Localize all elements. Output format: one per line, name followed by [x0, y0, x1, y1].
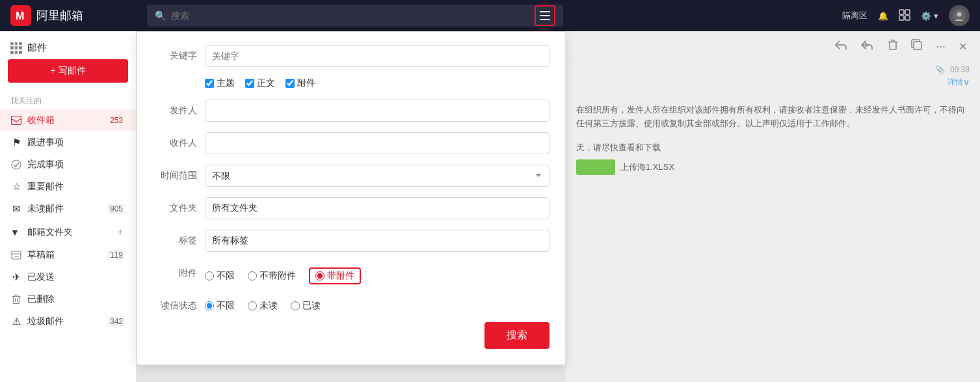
logo-icon: M — [10, 5, 31, 26]
folder-label: 文件夹 — [153, 197, 205, 214]
attachment-no[interactable]: 不带附件 — [248, 270, 296, 282]
keyword-input[interactable] — [205, 45, 550, 67]
trash-icon — [10, 294, 22, 305]
avatar[interactable] — [949, 5, 970, 26]
attachment-radio-group: 不限 不带附件 带附件 — [205, 262, 550, 284]
followup-label: 跟进事项 — [27, 137, 126, 148]
recipient-label: 收件人 — [153, 132, 205, 149]
checkbox-subject-input[interactable] — [205, 79, 214, 88]
folder-input[interactable] — [205, 197, 550, 219]
topbar: M 阿里邮箱 🔍 隔离区 🔔 ⚙️ ▾ — [0, 0, 980, 31]
sent-icon: ✈ — [10, 271, 22, 283]
watched-section-label: 我关注的 — [0, 93, 136, 109]
checkbox-subject[interactable]: 主题 — [205, 77, 235, 89]
spam-label: 垃圾邮件 — [27, 316, 107, 327]
unread-label: 未读邮件 — [27, 203, 107, 215]
read-unread[interactable]: 未读 — [248, 300, 278, 312]
search-button-row: 搜索 — [153, 322, 550, 349]
star-icon: ☆ — [10, 181, 22, 193]
svg-rect-12 — [12, 251, 21, 259]
attachment-no-label: 不带附件 — [259, 270, 296, 282]
attachment-no-radio[interactable] — [248, 271, 257, 280]
attachment-yes-radio[interactable] — [315, 271, 324, 280]
sidebar-item-sent[interactable]: ✈ 已发送 — [0, 266, 136, 288]
followup-icon: ⚑ — [10, 137, 22, 148]
attachment-nolimit-label: 不限 — [217, 270, 235, 282]
sidebar-item-unread[interactable]: ✉ 未读邮件 905 — [0, 198, 136, 220]
triangle-icon: ▼ — [10, 227, 22, 238]
inbox-icon — [10, 116, 22, 125]
svg-rect-3 — [540, 19, 550, 20]
keyword-control: 主题 正文 附件 — [205, 45, 550, 89]
svg-rect-5 — [905, 10, 910, 14]
search-input[interactable] — [171, 10, 532, 21]
sender-label: 发件人 — [153, 100, 205, 116]
read-status-radio-group: 不限 未读 已读 — [205, 295, 550, 312]
sidebar-item-inbox[interactable]: 收件箱 253 — [0, 109, 136, 131]
read-unread-radio[interactable] — [248, 301, 257, 310]
apps-grid-icon[interactable] — [10, 42, 22, 54]
keyword-row: 关键字 主题 正文 附件 — [153, 45, 550, 89]
draft-icon — [10, 250, 22, 260]
attachment-nolimit[interactable]: 不限 — [205, 270, 235, 282]
sidebar-item-draft[interactable]: 草稿箱 119 — [0, 244, 136, 266]
time-range-select[interactable]: 不限 最近一周 最近一个月 最近三个月 最近一年 — [205, 165, 550, 187]
svg-rect-7 — [905, 16, 910, 20]
sidebar-item-followup[interactable]: ⚑ 跟进事项 — [0, 131, 136, 154]
bell-icon[interactable]: 🔔 — [878, 11, 888, 21]
envelope-icon: ✉ — [10, 203, 22, 215]
isolation-zone-link[interactable]: 隔离区 — [842, 10, 867, 21]
read-nolimit-radio[interactable] — [205, 301, 214, 310]
tag-input[interactable] — [205, 230, 550, 252]
draft-label: 草稿箱 — [27, 249, 107, 261]
main-layout: 邮件 + 写邮件 我关注的 收件箱 253 ⚑ 跟进事项 — [0, 31, 980, 382]
read-read[interactable]: 已读 — [291, 300, 321, 312]
unread-badge: 905 — [107, 204, 126, 214]
folder-control — [205, 197, 550, 219]
checkbox-body-input[interactable] — [245, 79, 254, 88]
add-folder-icon[interactable]: ＋ — [115, 225, 126, 239]
sender-row: 发件人 — [153, 100, 550, 122]
sidebar-item-important[interactable]: ☆ 重要邮件 — [0, 176, 136, 198]
read-nolimit[interactable]: 不限 — [205, 300, 235, 312]
mailbox-folder-section[interactable]: ▼ 邮箱文件夹 ＋ — [0, 220, 136, 244]
read-read-radio[interactable] — [291, 301, 300, 310]
tag-row: 标签 — [153, 230, 550, 252]
tag-label: 标签 — [153, 230, 205, 247]
read-nolimit-label: 不限 — [217, 300, 235, 312]
filter-button[interactable] — [535, 5, 555, 26]
inbox-label: 收件箱 — [27, 115, 107, 126]
search-icon: 🔍 — [155, 10, 166, 21]
windows-icon[interactable] — [899, 9, 910, 23]
checkbox-attachment-input[interactable] — [285, 79, 295, 88]
recipient-input[interactable] — [205, 132, 550, 154]
checkbox-body[interactable]: 正文 — [245, 77, 275, 89]
svg-rect-6 — [899, 16, 904, 20]
logo-area: M 阿里邮箱 — [10, 5, 147, 26]
compose-button[interactable]: + 写邮件 — [8, 59, 128, 83]
sidebar-item-spam[interactable]: ⚠ 垃圾邮件 342 — [0, 310, 136, 333]
attachment-row: 附件 不限 不带附件 带附件 — [153, 262, 550, 284]
recipient-control — [205, 132, 550, 154]
checkbox-attachment[interactable]: 附件 — [285, 77, 315, 89]
inbox-badge: 253 — [107, 115, 126, 126]
trash-label: 已删除 — [27, 293, 126, 305]
read-status-control: 不限 未读 已读 — [205, 295, 550, 312]
draft-badge: 119 — [107, 250, 126, 260]
sender-control — [205, 100, 550, 122]
sidebar-item-done[interactable]: 完成事项 — [0, 154, 136, 176]
content-area: 关键字 主题 正文 附件 — [137, 31, 980, 382]
mailbox-label: 邮件 — [27, 42, 47, 54]
keyword-label: 关键字 — [153, 45, 205, 62]
settings-icon[interactable]: ⚙️ ▾ — [921, 11, 938, 21]
advanced-search-panel: 关键字 主题 正文 附件 — [137, 31, 566, 365]
attachment-nolimit-radio[interactable] — [205, 271, 214, 280]
tag-control — [205, 230, 550, 252]
read-unread-label: 未读 — [259, 300, 278, 312]
read-read-label: 已读 — [302, 300, 321, 312]
attachment-yes[interactable]: 带附件 — [309, 267, 361, 284]
time-range-label: 时间范围 — [153, 165, 205, 182]
sidebar-item-trash[interactable]: 已删除 — [0, 288, 136, 310]
sender-input[interactable] — [205, 100, 550, 122]
search-button[interactable]: 搜索 — [484, 322, 550, 349]
